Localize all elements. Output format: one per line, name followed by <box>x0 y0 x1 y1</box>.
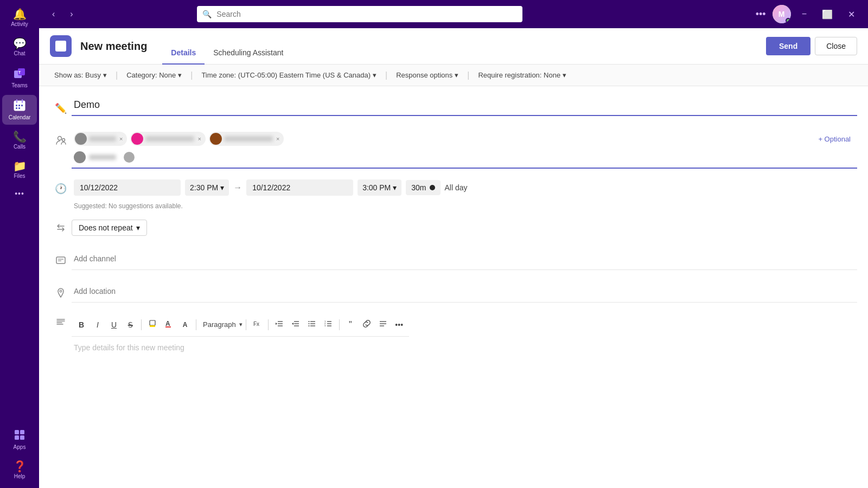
numbered-list-button[interactable]: 1.2.3. <box>321 317 336 332</box>
start-time-select[interactable]: 2:30 PM ▾ <box>185 179 229 196</box>
svg-rect-35 <box>165 326 171 328</box>
font-size-button[interactable]: A <box>177 319 193 331</box>
separator <box>246 319 246 330</box>
avatar[interactable]: M <box>773 5 791 23</box>
nav-forward-button[interactable]: › <box>66 7 77 21</box>
sidebar-item-calls[interactable]: 📞 Calls <box>2 127 37 154</box>
more-icon: ••• <box>15 190 24 197</box>
channel-row <box>50 248 857 276</box>
svg-rect-21 <box>56 42 59 50</box>
indent-increase-button[interactable] <box>288 317 303 332</box>
title-input[interactable] <box>72 95 857 116</box>
send-button[interactable]: Send <box>766 37 810 55</box>
remove-attendee-button[interactable]: × <box>276 136 279 142</box>
close-button[interactable]: Close <box>815 37 857 55</box>
datetime-icon: 🕐 <box>50 175 72 195</box>
sidebar-item-activity[interactable]: 🔔 Activity <box>2 4 37 31</box>
bold-button[interactable]: B <box>74 318 89 331</box>
optional-button[interactable]: + Optional <box>814 133 855 145</box>
end-date-input[interactable]: 10/12/2022 <box>246 179 353 196</box>
activity-icon: 🔔 <box>13 9 27 20</box>
sidebar-item-files[interactable]: 📁 Files <box>2 156 37 183</box>
remove-attendee-button[interactable]: × <box>119 136 123 142</box>
close-window-button[interactable]: ✕ <box>844 7 859 22</box>
show-as-label: Show as: Busy <box>54 71 101 79</box>
strikethrough-button[interactable]: S̶ <box>123 318 138 331</box>
avatar <box>210 133 222 145</box>
duration-badge: 30m <box>406 180 440 195</box>
repeat-row: Does not repeat ▾ <box>50 215 857 243</box>
location-icon <box>50 280 72 298</box>
location-input[interactable] <box>72 280 857 303</box>
more-toolbar-button[interactable]: ••• <box>392 318 407 331</box>
highlight-button[interactable] <box>145 317 160 332</box>
options-bar: Show as: Busy ▾ | Category: None ▾ | Tim… <box>39 65 868 86</box>
svg-rect-8 <box>18 105 20 106</box>
search-box: 🔍 <box>197 6 522 22</box>
paragraph-select[interactable]: Paragraph ▾ <box>200 318 242 331</box>
end-time-value: 3:00 PM <box>362 183 391 192</box>
more-options-icon[interactable]: ••• <box>756 9 766 20</box>
avatar <box>124 152 135 163</box>
arrow-right-icon: → <box>233 183 242 192</box>
end-time-select[interactable]: 3:00 PM ▾ <box>358 179 401 196</box>
tab-scheduling[interactable]: Scheduling Assistant <box>205 42 292 65</box>
chat-icon: 💬 <box>13 38 27 49</box>
sidebar-item-calendar[interactable]: Calendar <box>2 95 37 125</box>
separator <box>339 319 340 330</box>
underline-button[interactable]: U <box>106 318 122 331</box>
italic-button[interactable]: I <box>90 318 105 331</box>
sidebar-item-teams[interactable]: T Teams <box>2 63 37 93</box>
attendee-name <box>89 155 116 160</box>
svg-rect-11 <box>18 107 20 109</box>
svg-point-45 <box>308 321 309 322</box>
separator <box>268 319 269 330</box>
attendee-chip: × <box>74 132 127 146</box>
chevron-down-icon: ▾ <box>393 183 397 192</box>
registration-dropdown[interactable]: Require registration: None ▾ <box>474 69 571 81</box>
sidebar-item-more[interactable]: ••• <box>2 185 37 202</box>
svg-rect-12 <box>15 430 19 434</box>
sidebar-item-apps[interactable]: Apps <box>2 425 37 454</box>
indent-decrease-button[interactable] <box>272 317 287 332</box>
maximize-button[interactable]: ⬜ <box>818 7 837 22</box>
svg-rect-24 <box>56 257 65 264</box>
location-row <box>50 280 857 309</box>
svg-point-49 <box>308 325 309 326</box>
nav-back-button[interactable]: ‹ <box>48 7 59 21</box>
svg-rect-13 <box>20 430 24 434</box>
font-color-button[interactable]: A <box>161 317 176 332</box>
topbar: ‹ › 🔍 ••• M − ⬜ ✕ <box>39 0 868 28</box>
teams-icon: T <box>14 67 25 81</box>
editor-icon <box>50 313 72 327</box>
show-as-dropdown[interactable]: Show as: Busy ▾ <box>50 69 111 81</box>
tab-details[interactable]: Details <box>162 42 205 65</box>
minimize-button[interactable]: − <box>797 7 811 21</box>
attendees-box[interactable]: × × × + Optional <box>72 127 857 169</box>
search-input[interactable] <box>197 6 522 22</box>
chevron-down-icon: ▾ <box>103 71 107 79</box>
start-time-value: 2:30 PM <box>190 183 218 192</box>
timezone-dropdown[interactable]: Time zone: (UTC-05:00) Eastern Time (US … <box>197 69 381 81</box>
category-dropdown[interactable]: Category: None ▾ <box>122 69 186 81</box>
repeat-dropdown[interactable]: Does not repeat ▾ <box>72 220 147 236</box>
svg-text:3.: 3. <box>324 324 326 327</box>
channel-input[interactable] <box>72 248 857 270</box>
sidebar-item-label: Teams <box>11 82 27 88</box>
sidebar-item-label: Apps <box>14 444 26 450</box>
remove-attendee-button[interactable]: × <box>197 136 201 142</box>
quote-button[interactable]: " <box>343 318 358 332</box>
title-icon: ✏️ <box>50 95 72 114</box>
response-dropdown[interactable]: Response options ▾ <box>392 69 463 81</box>
meeting-icon <box>50 35 72 57</box>
editor-body[interactable]: Type details for this new meeting <box>72 337 409 380</box>
sidebar-item-help[interactable]: ❓ Help <box>2 457 37 484</box>
start-date-input[interactable]: 10/12/2022 <box>74 179 181 196</box>
format-button[interactable]: Fx <box>250 317 265 332</box>
sidebar-item-chat[interactable]: 💬 Chat <box>2 34 37 61</box>
link-button[interactable] <box>359 317 374 332</box>
all-day-label: All day <box>445 183 468 192</box>
svg-rect-4 <box>14 101 25 104</box>
bullet-list-button[interactable] <box>304 317 320 332</box>
align-button[interactable] <box>375 317 391 332</box>
